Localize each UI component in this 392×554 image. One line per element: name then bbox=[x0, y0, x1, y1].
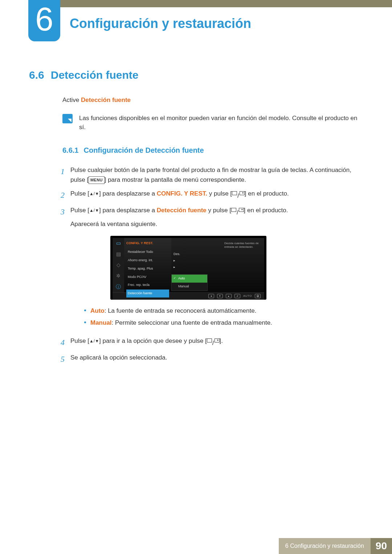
chapter-title: Configuración y restauración bbox=[70, 16, 251, 31]
label: Detección fuente bbox=[128, 291, 152, 296]
footer-page-number: 90 bbox=[371, 538, 392, 554]
auto-label: AUTO bbox=[243, 294, 252, 298]
subsection-number: 6.6.1 bbox=[62, 146, 78, 154]
step-number: 4 bbox=[57, 336, 65, 349]
label: Ahorro energ. int. bbox=[128, 258, 153, 263]
osd-value: Des. bbox=[173, 252, 180, 257]
intro-prefix: Active bbox=[62, 97, 81, 103]
highlight: CONFIG. Y REST. bbox=[157, 190, 207, 197]
text: Pulse [ bbox=[70, 207, 89, 214]
power-key-icon: ⏻ bbox=[255, 294, 261, 298]
step-body: Pulse [▲/▼] para desplazarse a Detección… bbox=[70, 206, 363, 332]
label: Restablecer Todo bbox=[128, 250, 153, 255]
intro-highlight: Detección fuente bbox=[81, 97, 131, 103]
step-number: 2 bbox=[57, 189, 65, 201]
subsection-title: Configuración de Detección fuente bbox=[83, 146, 204, 154]
subsection-heading: 6.6.1Configuración de Detección fuente bbox=[62, 146, 363, 155]
text: Pulse [ bbox=[70, 337, 89, 344]
up-down-icon: ▲/▼ bbox=[89, 190, 99, 197]
menu-key-icon: MENU bbox=[89, 176, 105, 184]
note-text: Las funciones disponibles en el monitor … bbox=[79, 114, 363, 132]
footer-chapter: 6 Configuración y restauración bbox=[279, 538, 371, 554]
osd-item: Frec. rep. tecla bbox=[126, 281, 169, 289]
screen-icon: ◇ bbox=[115, 262, 122, 268]
picture-icon: ▤ bbox=[115, 251, 122, 258]
osd-item: Temp. apag. Plus bbox=[126, 265, 169, 273]
osd-menu-list: CONFIG. Y REST. Restablecer Todo Ahorro … bbox=[124, 238, 171, 292]
label: Modo PC/AV bbox=[128, 275, 146, 280]
step-4: 4 Pulse [▲/▼] para ir a la opción que de… bbox=[57, 336, 363, 349]
note-row: Las funciones disponibles en el monitor … bbox=[62, 114, 363, 132]
step-body: Se aplicará la opción seleccionada. bbox=[70, 353, 363, 365]
highlight: Detección fuente bbox=[157, 207, 207, 214]
info-icon: ⓘ bbox=[115, 284, 122, 290]
settings-icon: ✲ bbox=[115, 273, 122, 279]
step-1: 1 Pulse cualquier botón de la parte fron… bbox=[57, 165, 363, 185]
osd-option-manual: Manual bbox=[172, 283, 207, 291]
step-body: Pulse [▲/▼] para desplazarse a CONFIG. Y… bbox=[70, 189, 363, 201]
bullet-manual: Manual: Permite seleccionar una fuente d… bbox=[84, 318, 363, 328]
text: Pulse [ bbox=[70, 190, 89, 197]
select-key-icon: / bbox=[231, 208, 244, 217]
osd-item: Ahorro energ. int. bbox=[126, 257, 169, 264]
up-key-icon: ▴ bbox=[226, 294, 232, 298]
text: ] para desplazarse a bbox=[99, 190, 157, 197]
section-body: 6.6Detección fuente Active Detección fue… bbox=[29, 69, 363, 370]
bullet-icon bbox=[84, 321, 86, 323]
step-body: Pulse [▲/▼] para ir a la opción que dese… bbox=[70, 336, 363, 349]
osd-body: ▭ ▤ ◇ ✲ ⓘ CONFIG. Y REST. Restablecer To… bbox=[113, 238, 264, 292]
osd-option-auto: Auto bbox=[172, 275, 207, 283]
steps-list: 1 Pulse cualquier botón de la parte fron… bbox=[57, 165, 363, 365]
option-bullets: Auto: La fuente de entrada se reconocerá… bbox=[84, 306, 363, 328]
up-down-icon: ▲/▼ bbox=[89, 207, 99, 214]
osd-hint: Decida cuántas fuentes de entrada se det… bbox=[224, 242, 261, 249]
text: y pulse [ bbox=[207, 190, 232, 197]
text: Aparecerá la ventana siguiente. bbox=[70, 219, 363, 229]
label: Manual bbox=[90, 319, 112, 326]
step-body: Pulse cualquier botón de la parte fronta… bbox=[70, 165, 363, 185]
up-down-icon: ▲/▼ bbox=[89, 338, 99, 345]
bullet-auto: Auto: La fuente de entrada se reconocerá… bbox=[84, 306, 363, 316]
osd-nav: ▭ ▤ ◇ ✲ ⓘ bbox=[113, 238, 124, 292]
osd-item: Restablecer Todo bbox=[126, 248, 169, 256]
down-key-icon: ▾ bbox=[217, 294, 223, 298]
bullet-icon bbox=[84, 309, 86, 311]
section-heading: 6.6Detección fuente bbox=[29, 69, 363, 81]
text: ] para ir a la opción que desee y pulse … bbox=[99, 337, 207, 344]
enter-key-icon: ↲ bbox=[234, 294, 240, 298]
chapter-number: 6 bbox=[35, 3, 53, 36]
text: ] en el producto. bbox=[245, 190, 289, 197]
osd-item-selected: Detección fuente bbox=[126, 290, 169, 297]
label: Temp. apag. Plus bbox=[128, 266, 153, 271]
step-number: 1 bbox=[57, 165, 65, 185]
text: : Permite seleccionar una fuente de entr… bbox=[112, 319, 272, 326]
text: ] para desplazarse a bbox=[99, 207, 157, 214]
text: y pulse [ bbox=[207, 207, 231, 214]
label: Auto bbox=[90, 307, 105, 314]
note-icon bbox=[62, 114, 73, 123]
select-key-icon: / bbox=[207, 338, 220, 348]
osd-value: ▸ bbox=[173, 265, 175, 270]
step-5: 5 Se aplicará la opción seleccionada. bbox=[57, 353, 363, 365]
monitor-icon: ▭ bbox=[115, 240, 122, 247]
intro-line: Active Detección fuente bbox=[62, 97, 363, 104]
top-accent-bar bbox=[29, 0, 392, 7]
text: ] para mostrar la pantalla de menú corre… bbox=[105, 176, 246, 183]
step-number: 5 bbox=[57, 353, 65, 365]
page-footer: 6 Configuración y restauración 90 bbox=[279, 538, 392, 554]
label: Frec. rep. tecla bbox=[128, 283, 150, 288]
select-key-icon: / bbox=[232, 191, 245, 201]
bullet-text: Manual: Permite seleccionar una fuente d… bbox=[90, 318, 272, 328]
step-2: 2 Pulse [▲/▼] para desplazarse a CONFIG.… bbox=[57, 189, 363, 201]
osd-screenshot: ▭ ▤ ◇ ✲ ⓘ CONFIG. Y REST. Restablecer To… bbox=[110, 236, 266, 300]
text: ]. bbox=[220, 337, 223, 344]
section-title: Detección fuente bbox=[51, 69, 139, 81]
osd-right-panel: Decida cuántas fuentes de entrada se det… bbox=[171, 238, 264, 292]
text: ] en el producto. bbox=[244, 207, 288, 214]
osd-main: CONFIG. Y REST. Restablecer Todo Ahorro … bbox=[124, 238, 264, 292]
bullet-text: Auto: La fuente de entrada se reconocerá… bbox=[90, 306, 256, 316]
osd-title: CONFIG. Y REST. bbox=[126, 241, 169, 246]
section-number: 6.6 bbox=[29, 69, 44, 81]
step-number: 3 bbox=[57, 206, 65, 332]
step-3: 3 Pulse [▲/▼] para desplazarse a Detecci… bbox=[57, 206, 363, 332]
